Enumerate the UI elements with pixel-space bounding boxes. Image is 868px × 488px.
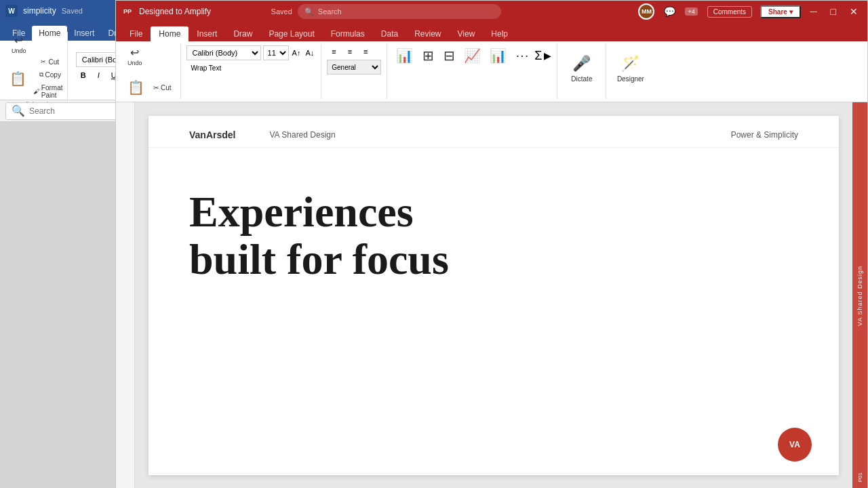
word-cut-btn[interactable]: ✂ Cut <box>30 56 71 68</box>
ppt-cut-btn[interactable]: ✂ Cut <box>150 82 175 94</box>
ppt-tab-review[interactable]: Review <box>406 26 449 41</box>
ppt-wrap-text-btn[interactable]: Wrap Text <box>186 62 226 74</box>
ppt-scatter-btn[interactable]: ⋯ <box>512 45 532 66</box>
ppt-conditional-btn[interactable]: 📊 <box>393 45 416 66</box>
ppt-title-search[interactable]: 🔍 Search <box>298 4 501 19</box>
ppt-minimize-btn[interactable]: ─ <box>806 6 821 17</box>
ppt-sum-btn[interactable]: Σ <box>534 49 542 63</box>
italic-btn[interactable]: I <box>93 69 104 81</box>
ppt-title-bar: PP Designed to Amplify Saved 🔍 Search MM… <box>116 1 867 22</box>
word-paste-btn[interactable]: 📋 <box>8 68 28 89</box>
ppt-document-page: VanArsdel VA Shared Design Power & Simpl… <box>149 116 839 475</box>
ppt-bar-btn[interactable]: 📊 <box>486 45 510 66</box>
ppt-dictate-btn[interactable]: 🎤 Dictate <box>563 45 600 92</box>
ppt-maximize-btn[interactable]: □ <box>827 6 840 17</box>
bold-btn[interactable]: B <box>76 69 91 81</box>
undo-icon: ↩ <box>14 35 23 46</box>
format-paint-icon: 🖌 <box>33 88 39 95</box>
ppt-chat-btn[interactable]: 💬 <box>660 6 679 17</box>
ppt-saved-status: Saved <box>271 7 292 16</box>
ppt-align-left[interactable]: ≡ <box>327 45 340 58</box>
word-title: simplicity <box>23 6 56 16</box>
undo-icon2: ↩ <box>130 47 139 58</box>
ppt-dictate-icon: 🎤 <box>572 55 591 73</box>
doc-header: VanArsdel VA Shared Design Power & Simpl… <box>149 116 839 148</box>
brand-logo: VA <box>778 428 812 462</box>
ppt-share-button[interactable]: Share ▾ <box>760 5 801 18</box>
ppt-document-area: VanArsdel VA Shared Design Power & Simpl… <box>135 102 852 488</box>
doc-heading-line2: built for focus <box>189 235 449 283</box>
ppt-right-sidebar: VA Shared Design P01 <box>852 102 867 488</box>
word-undo-row: ↩ Undo <box>8 33 30 56</box>
ppt-tab-draw[interactable]: Draw <box>225 26 260 41</box>
ppt-tab-data[interactable]: Data <box>373 26 406 41</box>
word-copy-btn[interactable]: ⧉ Copy <box>30 69 71 81</box>
ppt-chevron-right[interactable]: ▶ <box>544 50 551 61</box>
ppt-undo-btn[interactable]: ↩ Undo <box>124 45 146 68</box>
ppt-designer-group: 🪄 Designer <box>609 44 654 99</box>
ppt-plus-badge: +4 <box>685 7 697 16</box>
ppt-clipboard-group: ↩ Undo 📋 ✂ Cut <box>121 44 181 99</box>
ppt-sidebar-label: VA Shared Design <box>856 266 863 326</box>
doc-brand: VanArsdel <box>189 129 235 140</box>
doc-body: Experiences built for focus <box>149 148 839 298</box>
share-chevron: ▾ <box>789 8 793 16</box>
ppt-font-select[interactable]: Calibri (Body) <box>186 45 261 60</box>
ppt-search-placeholder: Search <box>318 7 342 16</box>
word-clipboard-row: 📋 ✂ Cut ⧉ Copy 🖌 Format Paint <box>8 56 71 101</box>
ppt-search-icon: 🔍 <box>304 7 314 16</box>
ppt-below-ribbon: VanArsdel VA Shared Design Power & Simpl… <box>116 102 867 488</box>
ppt-title: Designed to Amplify <box>139 7 266 16</box>
ppt-ribbon-body: ↩ Undo 📋 ✂ Cut Calibri (Body) <box>116 41 867 102</box>
word-tab-insert[interactable]: Insert <box>67 26 101 41</box>
word-format-paint-btn[interactable]: 🖌 Format Paint <box>30 82 71 101</box>
ppt-font-group: Calibri (Body) 11 A↑ A↓ Wrap Text <box>184 44 322 99</box>
ppt-align-center[interactable]: ≡ <box>343 45 357 58</box>
ppt-tab-home[interactable]: Home <box>151 26 189 41</box>
doc-heading: Experiences built for focus <box>189 188 798 284</box>
doc-heading-line1: Experiences <box>189 188 414 236</box>
ppt-user-avatars: MM <box>638 3 654 20</box>
ppt-sidebar-code: P01 <box>857 472 863 482</box>
ppt-tab-pagelayout[interactable]: Page Layout <box>260 26 322 41</box>
ppt-tab-file[interactable]: File <box>121 26 151 41</box>
copy-icon: ⧉ <box>39 71 43 79</box>
ppt-designer-btn[interactable]: 🪄 Designer <box>612 45 649 92</box>
word-clipboard-group: ↩ Undo 📋 ✂ Cut ⧉ Copy 🖌 <box>5 32 68 109</box>
ppt-alignment-group: ≡ ≡ ≡ General <box>324 44 387 99</box>
ppt-dictate-group: 🎤 Dictate <box>560 44 606 99</box>
doc-bottom-logo: VA <box>778 428 812 462</box>
ppt-tab-view[interactable]: View <box>450 26 484 41</box>
ppt-tab-insert[interactable]: Insert <box>189 26 225 41</box>
ppt-table-btn[interactable]: ⊞ <box>418 45 437 66</box>
doc-subtitle: VA Shared Design <box>269 130 730 140</box>
ppt-designer-icon: 🪄 <box>621 55 639 73</box>
ppt-align-right[interactable]: ≡ <box>359 45 372 58</box>
ppt-chart-btn[interactable]: 📈 <box>460 45 484 66</box>
cut-icon2: ✂ <box>153 84 159 92</box>
ppt-shrink-btn[interactable]: A↓ <box>304 47 315 58</box>
ppt-close-btn[interactable]: ✕ <box>846 6 862 17</box>
ppt-grow-btn[interactable]: A↑ <box>291 47 302 58</box>
ppt-format-select[interactable]: General <box>327 60 381 75</box>
ppt-tab-formulas[interactable]: Formulas <box>323 26 373 41</box>
ppt-ribbon-tabs: File Home Insert Draw Page Layout Formul… <box>116 22 867 41</box>
ppt-icon: PP <box>121 5 134 18</box>
ppt-comments-button[interactable]: Comments <box>707 6 752 18</box>
ppt-size-select[interactable]: 11 <box>263 45 289 60</box>
word-icon: W <box>5 5 18 17</box>
ppt-pivot-btn[interactable]: ⊟ <box>439 45 458 66</box>
doc-tagline: Power & Simplicity <box>731 130 798 140</box>
ppt-avatar-1: MM <box>638 3 654 20</box>
cut-icon: ✂ <box>41 58 46 65</box>
word-saved-status: Saved <box>62 7 83 15</box>
word-undo-btn[interactable]: ↩ Undo <box>8 33 30 56</box>
ppt-icons-group: 📊 ⊞ ⊟ 📈 📊 ⋯ Σ ▶ <box>390 44 557 99</box>
word-search-icon: 🔍 <box>12 104 25 117</box>
ppt-window: PP Designed to Amplify Saved 🔍 Search MM… <box>115 0 868 488</box>
ppt-tab-help[interactable]: Help <box>483 26 516 41</box>
ppt-left-panel <box>116 102 135 488</box>
ppt-paste-btn[interactable]: 📋 <box>124 77 148 98</box>
